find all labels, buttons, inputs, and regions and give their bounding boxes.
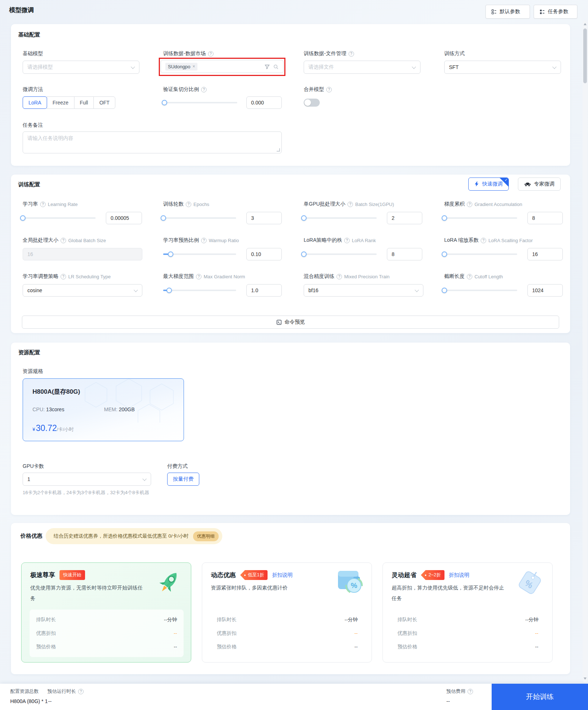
help-icon[interactable]: ? [186, 202, 191, 207]
task-note-textarea[interactable]: 请输入任务说明内容 [23, 131, 282, 153]
lr-schedule-select[interactable]: cosine [23, 284, 142, 297]
filter-icon[interactable] [264, 64, 270, 70]
task-params-button[interactable]: 任务参数 [534, 5, 577, 19]
queue-time-row: 排队时长--分钟 [397, 613, 538, 626]
method-option-lora[interactable]: LoRA [23, 96, 47, 109]
epochs-slider[interactable] [163, 212, 236, 224]
help-icon[interactable]: ? [347, 202, 353, 207]
command-preview-button[interactable]: 命令预览 [22, 316, 559, 329]
scroll-up-icon[interactable] [584, 23, 587, 25]
scrollbar[interactable] [583, 20, 588, 682]
lora-scale-slider[interactable] [444, 248, 517, 260]
method-option-freeze[interactable]: Freeze [47, 96, 74, 109]
max-grad-input[interactable]: 1.0 [246, 284, 282, 297]
help-icon[interactable]: ? [78, 689, 84, 694]
scroll-down-icon[interactable] [584, 677, 587, 680]
mixed-precision-label: 混合精度训练?Mixed Precision Train [304, 273, 389, 280]
file-manage-select[interactable]: 请选择文件 [304, 61, 420, 74]
help-icon[interactable]: ? [40, 202, 46, 207]
bottom-action-bar: 配置资源总数 H800A (80G) * 1 预估运行时长? -- 预估费用? … [0, 684, 588, 710]
pricing-card: 价格优惠 结合历史赠送优惠券，所选价格优惠模式最低优惠至 0/卡/小时 优惠明细… [11, 523, 570, 674]
discount-info-link[interactable]: 折扣说明 [449, 572, 469, 579]
val-split-slider[interactable] [164, 96, 237, 109]
help-icon[interactable]: ? [467, 202, 472, 207]
pricing-mode-saving-card[interactable]: 灵动超省 2~2折 折扣说明 超高折扣，算力使用优先级低，资源不足时会停止任务 … [383, 562, 553, 663]
discount-detail-badge[interactable]: 优惠明细 [193, 531, 219, 541]
help-icon[interactable]: ? [61, 238, 66, 243]
warmup-ratio-input[interactable]: 0.10 [246, 248, 282, 260]
resource-config-card: 资源配置 资源规格 H800A(显存80G) CPU: 13cores MEM:… [11, 343, 570, 515]
search-icon[interactable] [273, 64, 279, 70]
batch-size-input[interactable]: 2 [387, 212, 422, 224]
low-discount-badge: 低至1折 [240, 570, 268, 580]
pricing-mode-dynamic-card[interactable]: 动态优惠 低至1折 折扣说明 资源紧张时排队，多因素优惠计价 % 排队时长--分… [202, 562, 372, 663]
help-icon[interactable]: ? [349, 51, 354, 57]
help-icon[interactable]: ? [481, 238, 486, 243]
pay-mode-label: 付费方式 [167, 463, 188, 470]
quick-start-badge: 快速开始 [59, 570, 85, 580]
train-mode-select[interactable]: SFT [444, 61, 561, 74]
page-title: 模型微调 [9, 6, 34, 14]
help-icon[interactable]: ? [61, 274, 66, 279]
remove-tag-icon[interactable]: × [192, 64, 195, 69]
lora-scale-input[interactable]: 16 [527, 248, 563, 260]
help-icon[interactable]: ? [344, 238, 350, 243]
grad-accum-slider[interactable] [444, 212, 517, 224]
mixed-precision-select[interactable]: bf16 [304, 284, 423, 297]
cost-value: -- [446, 698, 450, 704]
queue-time-row: 排队时长--分钟 [36, 613, 177, 626]
est-price-row: 预估价格-- [397, 640, 538, 653]
gpu-count-hint: 16卡为2个8卡机器，24卡为3个8卡机器，32卡为4个8卡机器 [23, 489, 149, 496]
batch-size-label: 单GPU批处理大小?Batch Size(1GPU) [304, 201, 394, 207]
help-icon[interactable]: ? [201, 238, 207, 243]
params-list-icon [539, 9, 545, 15]
discount-info-link[interactable]: 折扣说明 [272, 572, 292, 579]
rocket-icon [151, 566, 186, 601]
resource-spec-label: 资源规格 [23, 368, 43, 375]
learning-rate-input[interactable]: 0.00005 [106, 212, 142, 224]
dataset-tag[interactable]: SUdongpo× [165, 63, 197, 70]
help-icon[interactable]: ? [467, 274, 472, 279]
cutoff-length-input[interactable]: 1024 [527, 284, 563, 297]
resize-grip-icon[interactable] [277, 148, 280, 152]
scrollbar-thumb[interactable] [583, 28, 587, 83]
method-option-full[interactable]: Full [74, 96, 94, 109]
expert-finetune-button[interactable]: 专家微调 [518, 178, 561, 191]
super-save-badge: 2~2折 [421, 570, 445, 580]
grad-accum-input[interactable]: 8 [527, 212, 563, 224]
pay-as-you-go-button[interactable]: 按量付费 [167, 473, 199, 486]
chevron-down-icon [134, 288, 138, 292]
default-params-button[interactable]: 默认参数 [485, 5, 530, 19]
finetune-method-label: 微调方法 [23, 86, 43, 93]
quick-finetune-button[interactable]: 快速微调 ✓ [468, 178, 509, 191]
help-icon[interactable]: ? [468, 689, 473, 694]
help-icon[interactable]: ? [208, 51, 214, 57]
base-model-select[interactable]: 请选择模型 [23, 61, 139, 74]
merge-model-toggle[interactable] [304, 99, 320, 107]
help-icon[interactable]: ? [196, 274, 201, 279]
help-icon[interactable]: ? [337, 274, 342, 279]
discount-banner: 结合历史赠送优惠券，所选价格优惠模式最低优惠至 0/卡/小时 优惠明细 [46, 528, 222, 544]
pricing-mode-speed-card[interactable]: 极速尊享 快速开始 优先使用算力资源，无需长时等待立即开始训练任务 排队时长--… [21, 562, 191, 663]
runtime-label: 预估运行时长? [47, 688, 84, 695]
help-icon[interactable]: ? [326, 87, 332, 92]
epochs-input[interactable]: 3 [246, 212, 282, 224]
val-split-input[interactable]: 0.000 [246, 96, 282, 109]
lora-rank-input[interactable]: 8 [387, 248, 422, 260]
gpu-spec-card[interactable]: H800A(显存80G) CPU: 13cores MEM: 200GB ¥30… [23, 378, 184, 441]
max-grad-slider[interactable] [163, 284, 236, 297]
cutoff-length-slider[interactable] [444, 284, 517, 297]
slider-knob[interactable] [162, 100, 167, 106]
svg-text:%: % [351, 581, 357, 589]
warmup-ratio-slider[interactable] [163, 248, 236, 260]
start-training-button[interactable]: 开始训练 [492, 684, 588, 710]
gpu-price: ¥30.72/卡/小时 [32, 423, 74, 433]
help-icon[interactable]: ? [201, 87, 207, 92]
lora-rank-slider[interactable] [304, 248, 377, 260]
learning-rate-slider[interactable] [23, 212, 96, 224]
gpu-count-select[interactable]: 1 [23, 473, 151, 486]
method-option-oft[interactable]: OFT [93, 96, 115, 109]
data-market-tag-input[interactable]: SUdongpo× [161, 60, 284, 73]
batch-size-slider[interactable] [304, 212, 377, 224]
epochs-label: 训练轮数?Epochs [163, 201, 209, 207]
